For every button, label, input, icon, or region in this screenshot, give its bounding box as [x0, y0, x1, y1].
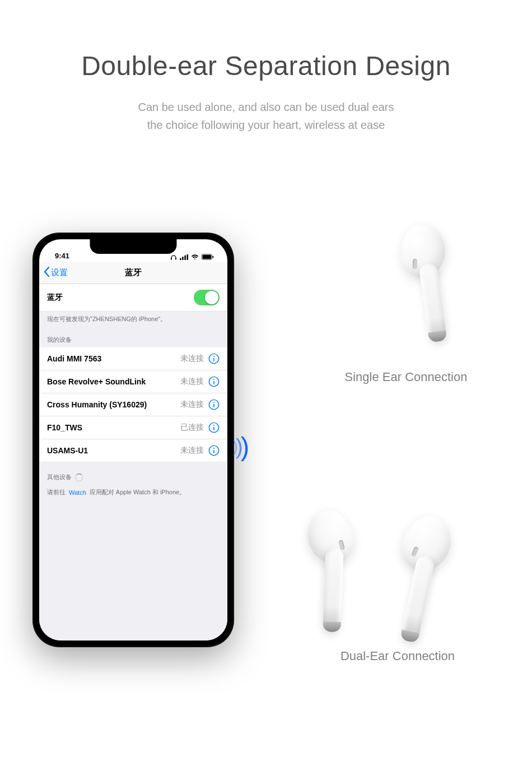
device-status: 未连接 [180, 445, 204, 456]
svg-rect-1 [175, 258, 176, 260]
svg-rect-22 [213, 450, 214, 453]
svg-rect-2 [180, 258, 181, 259]
svg-rect-8 [212, 256, 213, 258]
watch-pairing-note: 请前往 Watch 应用配对 Apple Watch 和 iPhone。 [39, 488, 227, 496]
other-devices-header: 其他设备 [47, 473, 72, 481]
single-ear-caption: Single Ear Connection [314, 370, 498, 384]
svg-point-17 [213, 402, 214, 403]
device-status: 已连接 [180, 423, 204, 433]
info-icon[interactable] [208, 376, 220, 387]
hero-sub-line-1: Can be used alone, and also can be used … [0, 98, 532, 116]
watch-link[interactable]: Watch [69, 489, 86, 496]
svg-rect-10 [213, 358, 214, 361]
wifi-icon [191, 254, 199, 260]
single-earbud-block: Single Ear Connection [314, 224, 498, 384]
signal-waves-icon: ))) [232, 431, 247, 462]
bluetooth-label: 蓝牙 [47, 293, 194, 303]
chevron-left-icon [44, 267, 50, 279]
hero-title: Double-ear Separation Design [0, 50, 532, 81]
device-row[interactable]: USAMS-U1未连接 [39, 439, 227, 462]
status-time: 9:41 [55, 252, 69, 260]
spinner-icon [75, 474, 83, 481]
device-status: 未连接 [180, 377, 204, 387]
device-name: USAMS-U1 [47, 446, 180, 455]
cellular-icon [180, 254, 188, 260]
svg-rect-13 [213, 381, 214, 384]
back-button[interactable]: 设置 [44, 267, 68, 279]
svg-point-20 [213, 425, 214, 426]
svg-rect-0 [171, 258, 172, 260]
footer-prefix: 请前往 [47, 488, 66, 496]
status-right-cluster [170, 254, 214, 260]
svg-point-23 [213, 448, 214, 449]
earbud-right-illustration [400, 224, 445, 278]
bluetooth-toggle[interactable] [194, 290, 220, 305]
svg-point-11 [213, 356, 214, 357]
dual-earbud-block: Dual-Ear Connection [291, 510, 504, 663]
earbud-left-illustration [302, 505, 359, 569]
svg-rect-19 [213, 427, 214, 430]
device-status: 未连接 [180, 400, 204, 410]
nav-title: 蓝牙 [125, 267, 142, 278]
phone-notch [90, 239, 177, 254]
device-name: Cross Humanity (SY16029) [47, 400, 180, 409]
footer-suffix: 应用配对 Apple Watch 和 iPhone。 [90, 488, 185, 496]
svg-rect-16 [213, 404, 214, 407]
svg-point-14 [213, 379, 214, 380]
phone-screen: 9:41 设置 [39, 239, 227, 641]
info-icon[interactable] [208, 399, 220, 410]
discoverable-note: 现在可被发现为"ZHENSHENG的 iPhone"。 [39, 312, 227, 329]
device-name: Bose Revolve+ SoundLink [47, 377, 180, 386]
svg-rect-3 [182, 257, 184, 260]
svg-rect-7 [203, 255, 211, 259]
earbud-right-illustration-2 [394, 509, 459, 578]
my-devices-header: 我的设备 [39, 329, 227, 347]
phone-frame: 9:41 设置 [32, 233, 234, 647]
battery-icon [202, 254, 214, 260]
device-row[interactable]: F10_TWS已连接 [39, 416, 227, 439]
device-name: Audi MMI 7563 [47, 354, 180, 363]
device-row[interactable]: Cross Humanity (SY16029)未连接 [39, 393, 227, 416]
hero-sub-line-2: the choice following your heart, wireles… [0, 116, 532, 134]
device-row[interactable]: Bose Revolve+ SoundLink未连接 [39, 370, 227, 393]
svg-rect-5 [187, 254, 189, 260]
earbuds-pair-illustration [302, 510, 493, 639]
device-list: Audi MMI 7563未连接Bose Revolve+ SoundLink未… [39, 347, 227, 462]
info-icon[interactable] [208, 422, 220, 433]
info-icon[interactable] [208, 353, 220, 364]
device-row[interactable]: Audi MMI 7563未连接 [39, 347, 227, 370]
back-label: 设置 [51, 267, 68, 278]
dual-ear-caption: Dual-Ear Connection [291, 649, 504, 663]
bluetooth-master-row[interactable]: 蓝牙 [39, 284, 227, 312]
nav-bar: 设置 蓝牙 [39, 262, 227, 284]
info-icon[interactable] [208, 445, 220, 456]
device-name: F10_TWS [47, 423, 180, 432]
device-status: 未连接 [180, 354, 204, 364]
headphones-icon [170, 254, 177, 260]
svg-rect-4 [184, 255, 186, 259]
hero-subtitle: Can be used alone, and also can be used … [0, 98, 532, 134]
